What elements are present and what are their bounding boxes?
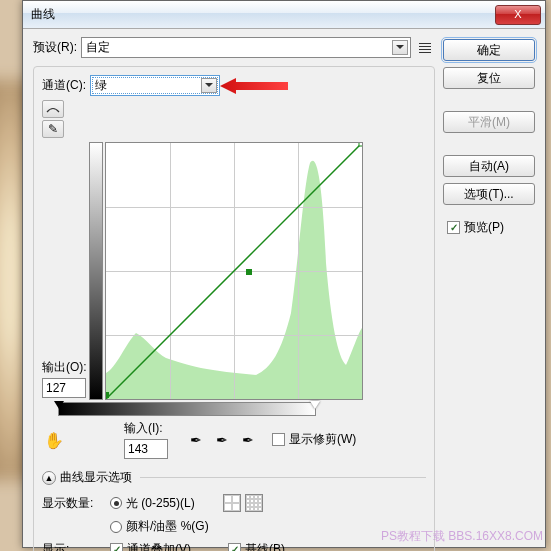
ok-button[interactable]: 确定 [443, 39, 535, 61]
grid-coarse-icon[interactable] [223, 494, 241, 512]
white-point-slider[interactable] [310, 401, 320, 414]
svg-rect-3 [246, 269, 252, 275]
preset-label: 预设(R): [33, 39, 77, 56]
close-button[interactable]: X [495, 5, 541, 25]
grid-fine-icon[interactable] [245, 494, 263, 512]
expand-label: 曲线显示选项 [60, 469, 132, 486]
reset-button[interactable]: 复位 [443, 67, 535, 89]
auto-button[interactable]: 自动(A) [443, 155, 535, 177]
radio-ink[interactable]: 颜料/油墨 %(G) [110, 518, 209, 535]
input-input[interactable] [124, 439, 168, 459]
input-label: 输入(I): [124, 420, 168, 437]
show-clipping-checkbox[interactable]: 显示修剪(W) [272, 431, 356, 448]
channel-select[interactable]: 绿 [90, 75, 220, 96]
preset-select[interactable]: 自定 [81, 37, 411, 58]
watermark: PS教程下载 BBS.16XX8.COM [381, 528, 543, 545]
titlebar[interactable]: 曲线 X [23, 1, 545, 29]
radio-light[interactable]: 光 (0-255)(L) [110, 495, 195, 512]
display-amount-label: 显示数量: [42, 495, 102, 512]
hand-tool-icon[interactable]: ✋ [42, 431, 66, 455]
display-label: 显示: [42, 541, 102, 551]
gradient-horizontal[interactable] [58, 402, 316, 416]
output-label: 输出(O): [42, 359, 87, 376]
check-baseline[interactable]: 基线(B) [228, 541, 285, 551]
black-point-slider[interactable] [54, 401, 64, 414]
svg-rect-4 [359, 143, 362, 146]
eyedropper-white-icon[interactable]: ✒ [238, 430, 258, 450]
output-input[interactable] [42, 378, 86, 398]
chevron-down-icon [392, 40, 408, 55]
check-channel-overlay[interactable]: 通道叠加(V) [110, 541, 220, 551]
channel-label: 通道(C): [42, 77, 86, 94]
eyedropper-black-icon[interactable]: ✒ [186, 430, 206, 450]
chevron-down-icon [201, 78, 217, 93]
dialog-title: 曲线 [31, 6, 495, 23]
preset-menu-icon[interactable] [415, 38, 435, 58]
svg-marker-0 [220, 78, 288, 94]
eyedropper-gray-icon[interactable]: ✒ [212, 430, 232, 450]
collapse-icon[interactable]: ▲ [42, 471, 56, 485]
red-arrow-annotation [220, 77, 290, 95]
curve-tool-smooth[interactable] [42, 100, 64, 118]
svg-rect-2 [106, 392, 109, 398]
curves-dialog: 曲线 X 预设(R): 自定 通道(C): 绿 [22, 0, 546, 548]
curves-graph[interactable] [105, 142, 363, 400]
options-button[interactable]: 选项(T)... [443, 183, 535, 205]
preview-checkbox[interactable]: 预览(P) [447, 219, 535, 236]
gradient-vertical [89, 142, 103, 400]
curve-tool-pencil[interactable]: ✎ [42, 120, 64, 138]
smooth-button[interactable]: 平滑(M) [443, 111, 535, 133]
